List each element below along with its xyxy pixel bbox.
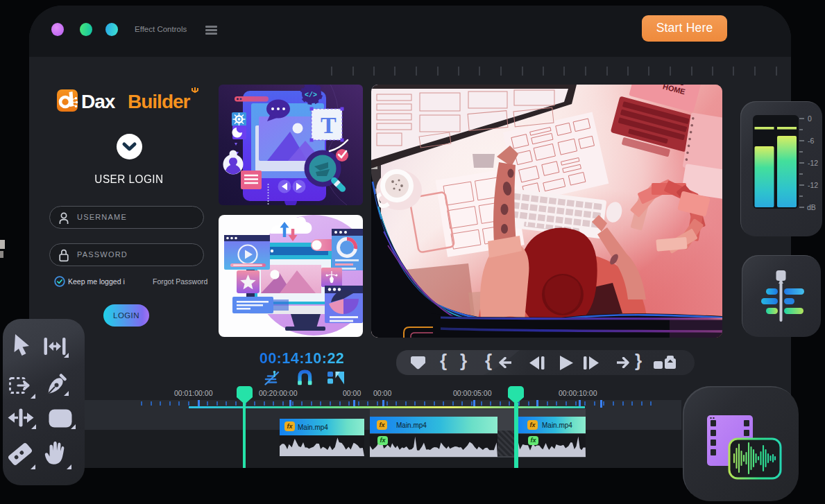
svg-text:-12: -12 bbox=[808, 159, 818, 167]
svg-text:0: 0 bbox=[808, 115, 812, 123]
svg-text:-12: -12 bbox=[808, 181, 818, 189]
svg-text:-6: -6 bbox=[808, 137, 814, 145]
svg-text:Builder: Builder bbox=[128, 91, 191, 112]
svg-text:dB: dB bbox=[807, 203, 816, 211]
svg-text:T: T bbox=[321, 112, 337, 138]
svg-text:Dax: Dax bbox=[81, 91, 116, 112]
svg-text:</>: </> bbox=[305, 92, 317, 99]
